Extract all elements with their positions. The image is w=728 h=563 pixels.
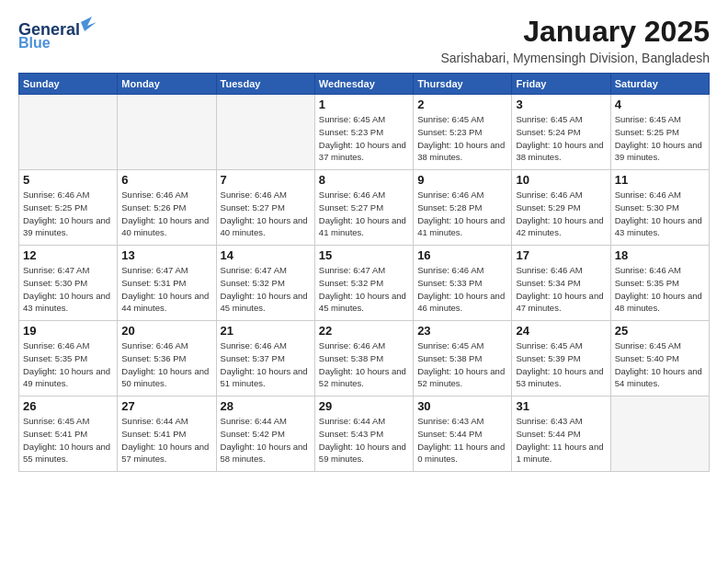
sunset-label: Sunset: 5:29 PM (516, 202, 580, 213)
sun-info: Sunrise: 6:44 AMSunset: 5:43 PMDaylight:… (319, 415, 409, 465)
sunrise-label: Sunrise: 6:46 AM (121, 190, 188, 200)
calendar-week-3: 12Sunrise: 6:47 AMSunset: 5:30 PMDayligh… (19, 246, 710, 321)
sunrise-label: Sunrise: 6:45 AM (516, 340, 582, 350)
sunset-label: Sunset: 5:25 PM (615, 127, 679, 137)
daylight-label: Daylight: 10 hours and 45 minutes. (319, 291, 406, 314)
day-number: 30 (417, 399, 507, 413)
daylight-label: Daylight: 10 hours and 41 minutes. (417, 215, 505, 238)
sunrise-label: Sunrise: 6:45 AM (319, 114, 385, 124)
daylight-label: Daylight: 10 hours and 48 minutes. (615, 291, 702, 314)
col-wednesday: Wednesday (314, 74, 413, 95)
calendar-cell: 23Sunrise: 6:45 AMSunset: 5:38 PMDayligh… (414, 321, 512, 396)
sunset-label: Sunset: 5:27 PM (221, 202, 285, 213)
day-number: 5 (23, 173, 113, 187)
day-number: 20 (121, 324, 211, 338)
sun-info: Sunrise: 6:46 AMSunset: 5:29 PMDaylight:… (516, 189, 606, 239)
daylight-label: Daylight: 11 hours and 0 minutes. (417, 442, 505, 465)
calendar-cell: 29Sunrise: 6:44 AMSunset: 5:43 PMDayligh… (314, 396, 413, 472)
sunset-label: Sunset: 5:35 PM (23, 353, 87, 363)
col-monday: Monday (118, 74, 216, 95)
calendar-cell: 22Sunrise: 6:46 AMSunset: 5:38 PMDayligh… (314, 321, 413, 396)
day-number: 18 (615, 248, 705, 262)
day-number: 26 (23, 399, 113, 413)
sunrise-label: Sunrise: 6:46 AM (121, 340, 188, 350)
sunset-label: Sunset: 5:27 PM (319, 202, 383, 213)
sunrise-label: Sunrise: 6:46 AM (23, 190, 89, 200)
sun-info: Sunrise: 6:46 AMSunset: 5:33 PMDaylight:… (417, 264, 507, 315)
daylight-label: Daylight: 10 hours and 37 minutes. (319, 140, 406, 163)
sunrise-label: Sunrise: 6:47 AM (121, 265, 188, 275)
calendar-cell: 9Sunrise: 6:46 AMSunset: 5:28 PMDaylight… (414, 170, 512, 246)
day-number: 27 (121, 399, 211, 413)
sunrise-label: Sunrise: 6:46 AM (319, 340, 385, 350)
col-friday: Friday (512, 74, 610, 95)
calendar-cell: 20Sunrise: 6:46 AMSunset: 5:36 PMDayligh… (118, 321, 216, 396)
sunrise-label: Sunrise: 6:46 AM (319, 190, 385, 200)
daylight-label: Daylight: 10 hours and 39 minutes. (23, 215, 110, 238)
sunrise-label: Sunrise: 6:46 AM (615, 265, 681, 275)
day-number: 24 (516, 324, 606, 338)
sun-info: Sunrise: 6:46 AMSunset: 5:36 PMDaylight:… (121, 339, 211, 390)
calendar-cell: 14Sunrise: 6:47 AMSunset: 5:32 PMDayligh… (216, 246, 314, 321)
sunset-label: Sunset: 5:30 PM (23, 278, 87, 288)
day-number: 11 (615, 173, 705, 187)
col-thursday: Thursday (414, 74, 512, 95)
daylight-label: Daylight: 10 hours and 53 minutes. (516, 366, 603, 389)
daylight-label: Daylight: 10 hours and 47 minutes. (516, 291, 603, 314)
header: General Blue January 2025 Sarishabari, M… (18, 15, 710, 65)
day-number: 10 (516, 173, 606, 187)
svg-text:Blue: Blue (18, 35, 51, 51)
page: General Blue January 2025 Sarishabari, M… (0, 0, 728, 563)
calendar-cell: 12Sunrise: 6:47 AMSunset: 5:30 PMDayligh… (19, 246, 118, 321)
sunrise-label: Sunrise: 6:47 AM (23, 265, 89, 275)
sunset-label: Sunset: 5:34 PM (516, 278, 580, 288)
sunrise-label: Sunrise: 6:45 AM (516, 114, 582, 124)
daylight-label: Daylight: 10 hours and 44 minutes. (121, 291, 209, 314)
sun-info: Sunrise: 6:43 AMSunset: 5:44 PMDaylight:… (417, 415, 507, 465)
sunrise-label: Sunrise: 6:44 AM (319, 416, 385, 426)
calendar-cell: 16Sunrise: 6:46 AMSunset: 5:33 PMDayligh… (414, 246, 512, 321)
calendar-cell: 18Sunrise: 6:46 AMSunset: 5:35 PMDayligh… (610, 246, 709, 321)
day-number: 21 (221, 324, 311, 338)
day-number: 29 (319, 399, 409, 413)
day-number: 2 (417, 98, 507, 111)
daylight-label: Daylight: 10 hours and 38 minutes. (516, 140, 603, 163)
sunset-label: Sunset: 5:38 PM (417, 353, 482, 363)
sun-info: Sunrise: 6:46 AMSunset: 5:35 PMDaylight:… (23, 339, 113, 390)
sunset-label: Sunset: 5:37 PM (221, 353, 285, 363)
header-row: Sunday Monday Tuesday Wednesday Thursday… (19, 74, 710, 95)
sun-info: Sunrise: 6:44 AMSunset: 5:42 PMDaylight:… (221, 415, 311, 465)
sunrise-label: Sunrise: 6:46 AM (516, 190, 582, 200)
day-number: 4 (615, 98, 705, 111)
sunrise-label: Sunrise: 6:45 AM (615, 340, 681, 350)
calendar-cell: 28Sunrise: 6:44 AMSunset: 5:42 PMDayligh… (216, 396, 314, 472)
sun-info: Sunrise: 6:46 AMSunset: 5:34 PMDaylight:… (516, 264, 606, 315)
sunrise-label: Sunrise: 6:44 AM (121, 416, 188, 426)
day-number: 14 (221, 248, 311, 262)
daylight-label: Daylight: 10 hours and 58 minutes. (221, 442, 308, 465)
sunset-label: Sunset: 5:33 PM (417, 278, 482, 288)
sun-info: Sunrise: 6:45 AMSunset: 5:23 PMDaylight:… (417, 113, 507, 164)
logo: General Blue (18, 15, 105, 52)
svg-marker-2 (81, 17, 97, 31)
col-sunday: Sunday (19, 74, 118, 95)
calendar-cell: 2Sunrise: 6:45 AMSunset: 5:23 PMDaylight… (414, 95, 512, 170)
calendar-header: Sunday Monday Tuesday Wednesday Thursday… (19, 74, 710, 95)
sunrise-label: Sunrise: 6:46 AM (417, 190, 483, 200)
sunset-label: Sunset: 5:32 PM (221, 278, 285, 288)
sun-info: Sunrise: 6:46 AMSunset: 5:37 PMDaylight:… (221, 339, 311, 390)
sunrise-label: Sunrise: 6:46 AM (516, 265, 582, 275)
daylight-label: Daylight: 10 hours and 40 minutes. (121, 215, 209, 238)
calendar-cell: 26Sunrise: 6:45 AMSunset: 5:41 PMDayligh… (19, 396, 118, 472)
sunset-label: Sunset: 5:25 PM (23, 202, 87, 213)
sunrise-label: Sunrise: 6:45 AM (417, 114, 483, 124)
sunset-label: Sunset: 5:41 PM (121, 429, 186, 439)
calendar-cell: 25Sunrise: 6:45 AMSunset: 5:40 PMDayligh… (610, 321, 709, 396)
sunrise-label: Sunrise: 6:47 AM (221, 265, 287, 275)
daylight-label: Daylight: 10 hours and 42 minutes. (516, 215, 603, 238)
sunrise-label: Sunrise: 6:45 AM (417, 340, 483, 350)
sunrise-label: Sunrise: 6:46 AM (221, 190, 287, 200)
calendar-cell: 10Sunrise: 6:46 AMSunset: 5:29 PMDayligh… (512, 170, 610, 246)
sunset-label: Sunset: 5:44 PM (516, 429, 580, 439)
main-title: January 2025 (440, 15, 710, 49)
